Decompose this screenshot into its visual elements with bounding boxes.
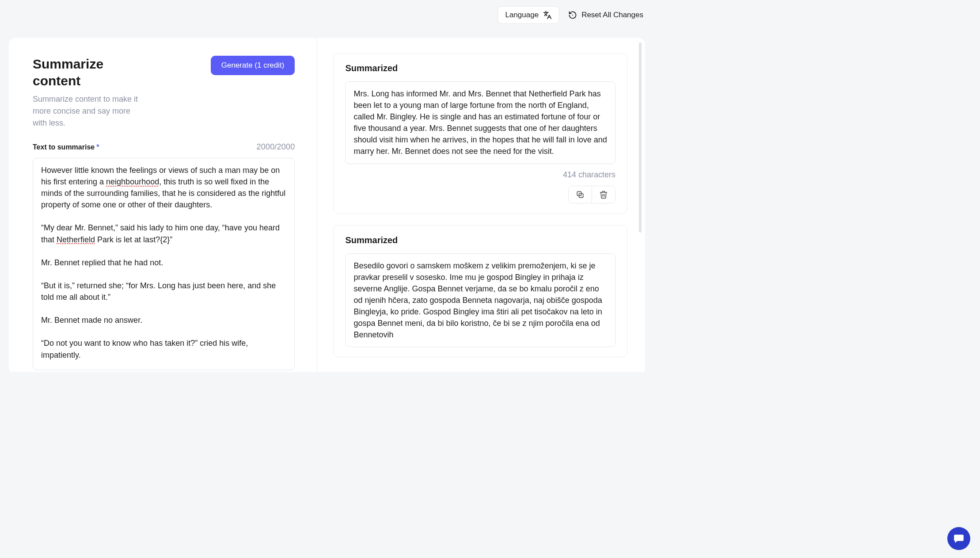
page-title: Summarize content [33,56,112,89]
svg-point-0 [572,15,573,15]
right-panel: Summarized Mrs. Long has informed Mr. an… [317,38,645,372]
delete-button[interactable] [592,186,615,203]
copy-icon [576,190,585,199]
result-char-count: 414 characters [345,170,615,180]
spellcheck-underline: neighbourhood [106,177,159,186]
result-text: Besedilo govori o samskem moškem z velik… [345,253,615,348]
page-subtitle: Summarize content to make it more concis… [33,93,143,129]
generate-button[interactable]: Generate (1 credit) [211,56,295,75]
result-title: Summarized [345,63,615,73]
spellcheck-underline: Netherfield [57,235,95,244]
copy-button[interactable] [569,186,592,203]
result-card: Summarized Besedilo govori o samskem moš… [333,225,627,358]
scrollbar[interactable] [639,42,642,233]
history-icon [568,11,577,19]
result-text: Mrs. Long has informed Mr. and Mrs. Benn… [345,81,615,164]
trash-icon [599,190,608,199]
main-card: Summarize content Generate (1 credit) Su… [9,38,645,372]
input-label: Text to summarise* [33,143,99,151]
result-actions [568,186,615,203]
result-card: Summarized Mrs. Long has informed Mr. an… [333,53,627,214]
char-count: 2000/2000 [257,142,295,152]
language-label: Language [505,11,539,19]
reset-button[interactable]: Reset All Changes [568,11,643,19]
text-to-summarise-input[interactable]: However little known the feelings or vie… [33,158,295,370]
result-title: Summarized [345,235,615,245]
top-bar: Language Reset All Changes [0,0,654,28]
language-button[interactable]: Language [498,6,559,24]
reset-label: Reset All Changes [581,11,643,19]
translate-icon [543,11,552,19]
left-panel: Summarize content Generate (1 credit) Su… [9,38,317,372]
